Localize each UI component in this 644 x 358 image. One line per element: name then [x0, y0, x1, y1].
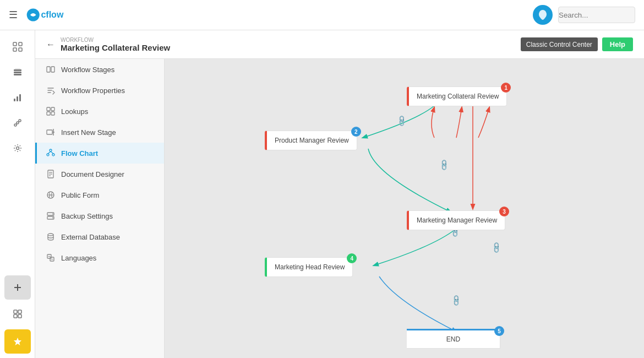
sidebar-icon-grid[interactable] [4, 35, 31, 59]
svg-rect-22 [18, 310, 21, 313]
node-product-manager-review[interactable]: Product Manager Review 2 [265, 131, 357, 150]
menu-icon[interactable]: ☰ [9, 9, 18, 21]
header-actions: Classic Control Center Help [521, 37, 633, 51]
svg-rect-5 [19, 48, 22, 51]
node-marketing-collateral-review[interactable]: Marketing Collateral Review 1 [407, 86, 507, 106]
svg-point-37 [52, 154, 54, 156]
svg-line-38 [48, 151, 51, 154]
nav-item-flow-chart[interactable]: Flow Chart [35, 143, 164, 164]
svg-point-36 [47, 154, 49, 156]
nav-label-workflow-stages: Workflow Stages [61, 66, 114, 74]
svg-rect-2 [13, 42, 17, 46]
node-label-end: END [446, 335, 460, 343]
svg-text:🔗: 🔗 [450, 294, 463, 307]
nav-label-insert-new-stage: Insert New Stage [61, 128, 116, 137]
svg-point-15 [17, 122, 19, 124]
svg-line-17 [18, 121, 19, 122]
nav-item-external-database[interactable]: External Database [35, 226, 164, 247]
form-icon [46, 190, 56, 200]
nav-item-languages[interactable]: Languages [35, 247, 164, 268]
workflow-label: WORKFLOW [61, 37, 170, 43]
workflow-name: Marketing Collateral Review [61, 43, 170, 52]
sidebar-icon-layers[interactable] [4, 60, 31, 84]
svg-rect-24 [18, 314, 21, 318]
svg-text:cflow: cflow [41, 10, 63, 19]
svg-text:🔗: 🔗 [490, 241, 504, 254]
svg-point-49 [52, 218, 53, 219]
lookups-icon [46, 106, 56, 116]
svg-point-18 [16, 147, 19, 150]
grid-view-button[interactable] [4, 302, 31, 326]
svg-rect-27 [51, 67, 54, 72]
svg-text:🔗: 🔗 [395, 114, 409, 128]
svg-rect-12 [19, 94, 21, 101]
badge-4: 4 [347, 253, 357, 263]
document-icon [46, 169, 56, 179]
svg-rect-9 [15, 69, 20, 70]
nav-label-lookups: Lookups [61, 107, 88, 116]
nav-sidebar: Workflow Stages Workflow Properties [35, 59, 165, 358]
svg-rect-31 [51, 112, 54, 115]
nav-item-document-designer[interactable]: Document Designer [35, 164, 164, 185]
svg-text:🔗: 🔗 [438, 158, 451, 172]
svg-rect-30 [47, 112, 50, 115]
svg-rect-28 [47, 107, 50, 111]
svg-marker-25 [14, 338, 21, 345]
user-avatar[interactable] [533, 5, 553, 25]
flowchart-icon [46, 148, 56, 158]
nav-label-document-designer: Document Designer [61, 170, 124, 178]
add-button[interactable] [4, 275, 31, 300]
svg-rect-4 [13, 48, 17, 51]
topbar: ☰ cflow [0, 0, 644, 30]
flow-chart-canvas[interactable]: 🔗 🔗 🔗 🔗 🔗 Marketing Collateral Review 1 … [165, 59, 644, 358]
svg-rect-3 [19, 42, 22, 46]
svg-rect-21 [14, 310, 17, 313]
svg-rect-32 [47, 130, 52, 134]
languages-icon [46, 253, 56, 263]
back-button[interactable]: ← [46, 40, 55, 50]
node-end[interactable]: END 5 [407, 329, 500, 349]
insert-icon [46, 127, 56, 137]
node-marketing-head-review[interactable]: Marketing Head Review 4 [265, 257, 353, 277]
svg-line-16 [16, 123, 17, 124]
node-label-4: Marketing Head Review [275, 263, 345, 271]
svg-rect-26 [47, 67, 50, 72]
badge-3: 3 [499, 207, 509, 216]
svg-point-13 [14, 124, 17, 126]
nav-item-public-form[interactable]: Public Form [35, 185, 164, 205]
node-label-1: Marketing Collateral Review [417, 93, 499, 100]
svg-point-50 [48, 234, 53, 236]
nav-item-insert-new-stage[interactable]: Insert New Stage [35, 122, 164, 143]
node-marketing-manager-review[interactable]: Marketing Manager Review 3 [407, 210, 505, 230]
help-button[interactable]: Help [602, 37, 633, 51]
nav-label-flow-chart: Flow Chart [61, 149, 98, 158]
svg-rect-10 [14, 99, 15, 101]
svg-point-14 [19, 120, 21, 122]
nav-label-external-database: External Database [61, 233, 120, 241]
nav-item-backup-settings[interactable]: Backup Settings [35, 205, 164, 226]
icon-sidebar [0, 30, 35, 358]
star-button[interactable] [4, 329, 31, 354]
sidebar-icon-chart[interactable] [4, 85, 31, 110]
sidebar-icon-analytics[interactable] [4, 111, 31, 135]
svg-point-48 [52, 214, 53, 215]
backup-icon [46, 211, 56, 221]
svg-rect-11 [17, 96, 18, 101]
main-layout: ← WORKFLOW Marketing Collateral Review C… [0, 30, 644, 358]
nav-item-lookups[interactable]: Lookups [35, 101, 164, 122]
topbar-search-input[interactable] [558, 7, 635, 23]
svg-line-39 [51, 151, 53, 154]
svg-rect-7 [14, 72, 21, 73]
nav-label-languages: Languages [61, 254, 96, 262]
classic-control-center-button[interactable]: Classic Control Center [521, 37, 598, 51]
properties-icon [46, 85, 56, 95]
nav-item-workflow-properties[interactable]: Workflow Properties [35, 80, 164, 101]
sidebar-icon-settings[interactable] [4, 136, 31, 160]
node-label-3: Marketing Manager Review [417, 216, 497, 224]
logo: cflow [25, 7, 69, 23]
workflow-title-wrap: WORKFLOW Marketing Collateral Review [61, 37, 170, 52]
node-label-2: Product Manager Review [275, 137, 349, 144]
svg-rect-23 [14, 314, 17, 318]
nav-item-workflow-stages[interactable]: Workflow Stages [35, 59, 164, 80]
svg-point-35 [50, 149, 52, 151]
